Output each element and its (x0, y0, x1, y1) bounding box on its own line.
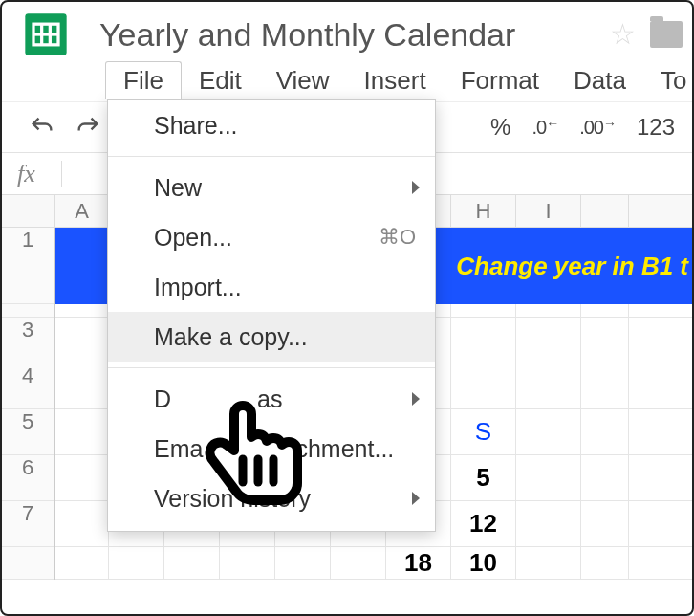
menu-insert[interactable]: Insert (347, 62, 444, 99)
col-J[interactable] (581, 195, 629, 227)
cell[interactable]: 18 (386, 547, 451, 579)
row-1[interactable]: 1 (2, 228, 54, 304)
col-I[interactable]: I (516, 195, 581, 227)
col-A[interactable]: A (55, 195, 109, 227)
col-H[interactable]: H (451, 195, 516, 227)
cell[interactable]: 10 (451, 547, 516, 579)
app-root: Yearly and Monthly Calendar ☆ File Edit … (0, 0, 694, 616)
menu-data[interactable]: Data (556, 62, 643, 99)
doc-bar: Yearly and Monthly Calendar ☆ (2, 2, 692, 59)
row-2[interactable] (2, 304, 54, 318)
menu-new[interactable]: New (108, 163, 435, 212)
row-3[interactable]: 3 (2, 318, 54, 363)
hand-pointer-icon (197, 394, 312, 522)
day-head-S[interactable]: S (451, 409, 516, 454)
menu-separator (108, 156, 435, 157)
redo-button[interactable] (65, 114, 111, 141)
submenu-arrow-icon (412, 181, 420, 194)
menu-tools[interactable]: To (643, 62, 694, 99)
percent-format-button[interactable]: % (490, 114, 510, 141)
menu-view[interactable]: View (259, 62, 347, 99)
menu-edit[interactable]: Edit (182, 62, 259, 99)
fx-label: fx (17, 160, 55, 188)
menu-file[interactable]: File (105, 61, 182, 99)
row-5[interactable]: 5 (2, 409, 54, 455)
star-icon[interactable]: ☆ (610, 20, 639, 49)
number-format-button[interactable]: 123 (637, 114, 675, 141)
menu-separator (108, 367, 435, 368)
row-7[interactable]: 7 (2, 501, 54, 547)
menu-format[interactable]: Format (444, 62, 556, 99)
cell[interactable]: 12 (451, 501, 516, 546)
select-all-corner[interactable] (2, 195, 55, 227)
move-folder-icon[interactable] (650, 21, 683, 48)
submenu-arrow-icon (412, 392, 420, 406)
doc-title[interactable]: Yearly and Monthly Calendar (99, 16, 515, 54)
decrease-decimal-button[interactable]: .0← (531, 117, 558, 139)
menu-bar: File Edit View Insert Format Data To (2, 59, 692, 101)
row-headers: 1 3 4 5 6 7 (2, 228, 55, 580)
menu-make-a-copy[interactable]: Make a copy... (108, 312, 435, 362)
fx-separator (61, 161, 62, 187)
row-8[interactable] (2, 547, 54, 580)
menu-open[interactable]: Open... ⌘O (108, 212, 435, 262)
banner-text: Change year in B1 t (456, 252, 688, 281)
increase-decimal-button[interactable]: .00→ (579, 117, 616, 139)
row-6[interactable]: 6 (2, 455, 54, 501)
submenu-arrow-icon (412, 492, 420, 505)
sheets-logo-icon[interactable] (21, 10, 71, 59)
row-4[interactable]: 4 (2, 363, 54, 409)
cell[interactable]: 5 (451, 455, 516, 500)
shortcut-label: ⌘O (379, 225, 416, 250)
menu-share[interactable]: Share... (108, 100, 435, 150)
undo-button[interactable] (19, 114, 65, 141)
menu-import[interactable]: Import... (108, 262, 435, 312)
